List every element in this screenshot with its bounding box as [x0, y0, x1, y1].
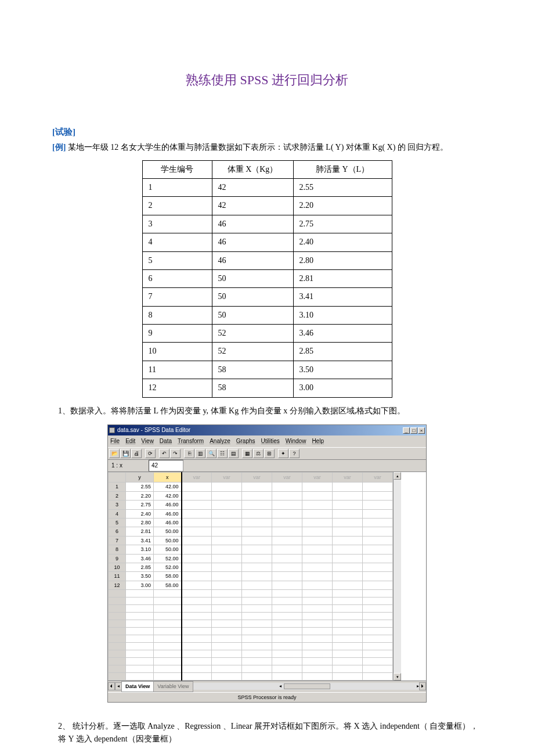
- empty-cell[interactable]: [212, 665, 242, 673]
- empty-cell[interactable]: [182, 536, 212, 545]
- cell-x[interactable]: 50.00: [154, 527, 182, 536]
- menu-item-file[interactable]: File: [110, 437, 120, 446]
- empty-cell[interactable]: [333, 590, 363, 597]
- cell-x[interactable]: 42.00: [154, 491, 182, 500]
- menu-item-utilities[interactable]: Utilities: [261, 437, 280, 446]
- empty-cell[interactable]: [363, 650, 393, 658]
- empty-cell[interactable]: [363, 483, 393, 491]
- empty-cell[interactable]: [363, 635, 393, 643]
- empty-cell[interactable]: [272, 572, 302, 581]
- cell-y[interactable]: 2.55: [126, 483, 154, 491]
- empty-cell[interactable]: [242, 658, 272, 665]
- empty-cell[interactable]: [302, 673, 333, 681]
- empty-cell[interactable]: [302, 605, 333, 613]
- row-header[interactable]: 9: [109, 554, 126, 563]
- empty-cell[interactable]: [242, 635, 272, 643]
- scroll-down-icon[interactable]: ▾: [394, 673, 401, 681]
- cell-y[interactable]: 2.40: [126, 509, 154, 518]
- empty-cell[interactable]: [242, 554, 272, 563]
- empty-cell[interactable]: [182, 665, 212, 673]
- row-header[interactable]: 7: [109, 536, 126, 545]
- empty-cell[interactable]: [126, 643, 154, 650]
- empty-cell[interactable]: [272, 554, 302, 563]
- empty-cell[interactable]: [272, 650, 302, 658]
- minimize-button[interactable]: _: [403, 427, 410, 434]
- cell-x[interactable]: 58.00: [154, 572, 182, 581]
- empty-cell[interactable]: [154, 665, 182, 673]
- open-icon[interactable]: 📂: [109, 449, 120, 458]
- empty-cell[interactable]: [272, 628, 302, 635]
- cell-y[interactable]: 2.20: [126, 491, 154, 500]
- empty-cell[interactable]: [126, 597, 154, 605]
- row-header-empty[interactable]: [109, 613, 126, 620]
- case-icon[interactable]: ▤: [228, 449, 239, 458]
- empty-cell[interactable]: [363, 658, 393, 665]
- empty-cell[interactable]: [182, 581, 212, 589]
- cell-x[interactable]: 58.00: [154, 581, 182, 589]
- empty-cell[interactable]: [363, 590, 393, 597]
- find-icon[interactable]: 🔍: [206, 449, 217, 458]
- row-header[interactable]: 12: [109, 581, 126, 589]
- cell-value-input[interactable]: 42: [149, 460, 183, 471]
- menu-item-view[interactable]: View: [141, 437, 154, 446]
- empty-cell[interactable]: [363, 563, 393, 571]
- empty-cell[interactable]: [242, 491, 272, 500]
- empty-cell[interactable]: [242, 483, 272, 491]
- row-header-empty[interactable]: [109, 590, 126, 597]
- cell-y[interactable]: 3.00: [126, 581, 154, 589]
- empty-cell[interactable]: [182, 643, 212, 650]
- cell-y[interactable]: 3.46: [126, 554, 154, 563]
- row-header[interactable]: 10: [109, 563, 126, 571]
- print-icon[interactable]: 🖨: [131, 449, 142, 458]
- empty-cell[interactable]: [272, 483, 302, 491]
- empty-cell[interactable]: [363, 491, 393, 500]
- empty-cell[interactable]: [302, 643, 333, 650]
- vars-icon[interactable]: ☷: [217, 449, 228, 458]
- scroll-up-icon[interactable]: ▴: [394, 472, 401, 480]
- empty-cell[interactable]: [154, 590, 182, 597]
- empty-cell[interactable]: [272, 658, 302, 665]
- empty-cell[interactable]: [302, 501, 333, 509]
- empty-cell[interactable]: [242, 650, 272, 658]
- row-header-empty[interactable]: [109, 665, 126, 673]
- empty-cell[interactable]: [302, 613, 333, 620]
- scroll-right-end-icon[interactable]: ⏵: [419, 682, 426, 690]
- empty-cell[interactable]: [272, 613, 302, 620]
- empty-cell[interactable]: [154, 605, 182, 613]
- empty-cell[interactable]: [333, 635, 363, 643]
- cell-y[interactable]: 3.10: [126, 545, 154, 554]
- empty-cell[interactable]: [333, 509, 363, 518]
- empty-cell[interactable]: [333, 643, 363, 650]
- horizontal-scrollbar[interactable]: ◂ ▸: [193, 683, 419, 690]
- empty-cell[interactable]: [272, 673, 302, 681]
- empty-cell[interactable]: [182, 563, 212, 571]
- empty-var-header[interactable]: var: [363, 473, 393, 483]
- row-header[interactable]: 6: [109, 527, 126, 536]
- empty-cell[interactable]: [272, 519, 302, 527]
- empty-cell[interactable]: [363, 509, 393, 518]
- empty-cell[interactable]: [272, 665, 302, 673]
- empty-cell[interactable]: [154, 635, 182, 643]
- empty-cell[interactable]: [182, 527, 212, 536]
- empty-cell[interactable]: [363, 527, 393, 536]
- empty-cell[interactable]: [212, 673, 242, 681]
- empty-cell[interactable]: [182, 491, 212, 500]
- empty-cell[interactable]: [272, 563, 302, 571]
- empty-cell[interactable]: [302, 527, 333, 536]
- empty-cell[interactable]: [212, 643, 242, 650]
- empty-cell[interactable]: [363, 545, 393, 554]
- cell-x[interactable]: 52.00: [154, 563, 182, 571]
- empty-cell[interactable]: [302, 590, 333, 597]
- column-header-x[interactable]: x: [154, 473, 182, 483]
- empty-cell[interactable]: [333, 554, 363, 563]
- row-header-empty[interactable]: [109, 620, 126, 628]
- cell-x[interactable]: 46.00: [154, 509, 182, 518]
- save-icon[interactable]: 💾: [120, 449, 131, 458]
- empty-cell[interactable]: [154, 658, 182, 665]
- empty-cell[interactable]: [272, 491, 302, 500]
- empty-cell[interactable]: [126, 658, 154, 665]
- empty-cell[interactable]: [242, 563, 272, 571]
- menu-item-window[interactable]: Window: [286, 437, 306, 446]
- empty-cell[interactable]: [242, 628, 272, 635]
- menu-item-transform[interactable]: Transform: [178, 437, 204, 446]
